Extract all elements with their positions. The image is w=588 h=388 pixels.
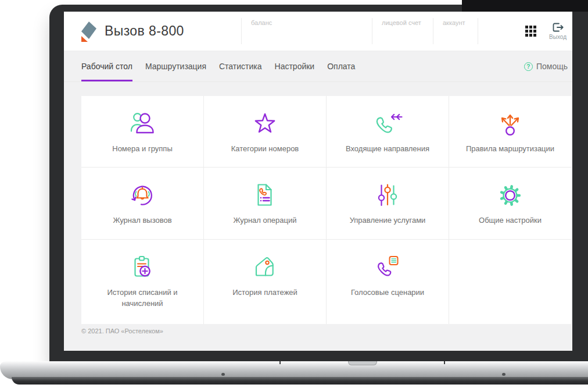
tile-label: Управление услугами [350, 215, 426, 226]
account-field: аккаунт [433, 12, 478, 51]
tile-voice-scenarios[interactable]: Голосовые сценарии [327, 240, 449, 324]
question-circle-icon: ? [524, 62, 533, 71]
users-icon [127, 108, 157, 138]
laptop-lid-edge [462, 0, 588, 12]
apps-grid-button[interactable] [525, 26, 536, 37]
rostelecom-logo-icon [81, 21, 96, 42]
app-header: Вызов 8-800 баланс лицевой счет аккаунт [64, 12, 572, 51]
help-link[interactable]: ? Помощь [524, 51, 568, 81]
tab-desktop[interactable]: Рабочий стол [81, 51, 132, 81]
laptop-base-edge [12, 377, 588, 385]
clipboard-plus-icon [127, 252, 157, 282]
balance-label: баланс [251, 19, 272, 26]
tile-label: Категории номеров [231, 144, 299, 155]
account-label: аккаунт [443, 19, 465, 26]
tab-statistics[interactable]: Статистика [219, 51, 262, 81]
dashboard-grid: Номера и группы Категории номеров [81, 96, 571, 324]
brand[interactable]: Вызов 8-800 [64, 12, 241, 51]
tab-settings[interactable]: Настройки [275, 51, 315, 81]
tile-label: Входящие направления [346, 144, 429, 155]
laptop-mockup: Вызов 8-800 баланс лицевой счет аккаунт [0, 0, 588, 388]
help-label: Помощь [536, 62, 568, 71]
incoming-call-icon [372, 108, 403, 138]
laptop-hinge-mark [444, 361, 445, 364]
tile-label: Журнал вызовов [113, 215, 171, 226]
wallet-icon [250, 252, 280, 282]
star-icon [250, 108, 280, 138]
tile-call-log[interactable]: Журнал вызовов [81, 168, 203, 239]
app-window: Вызов 8-800 баланс лицевой счет аккаунт [64, 12, 572, 351]
logout-button[interactable]: Выход [549, 23, 567, 40]
header-divider [478, 18, 478, 44]
gear-icon [495, 180, 525, 210]
logout-icon [552, 23, 564, 32]
main-nav: Рабочий стол Маршрутизация Статистика На… [64, 51, 572, 82]
tile-charges-history[interactable]: История списаний и начислений [81, 240, 203, 324]
tile-label: Голосовые сценарии [351, 287, 424, 298]
personal-account-label: лицевой счет [382, 19, 421, 26]
laptop-latch-notch [348, 361, 377, 365]
tile-label: Общие настройки [479, 215, 542, 226]
balance-field: баланс [242, 12, 372, 51]
app-title: Вызов 8-800 [105, 23, 184, 39]
tile-label: История платежей [232, 287, 297, 298]
copyright: © 2021. ПАО «Ростелеком» [81, 328, 572, 334]
header-actions: Выход [525, 12, 572, 51]
tab-payment[interactable]: Оплата [327, 51, 355, 81]
sliders-icon [372, 180, 403, 210]
call-log-bell-icon [127, 180, 157, 210]
document-phone-icon [250, 180, 280, 210]
tile-empty-cell [449, 240, 571, 324]
routing-arrows-icon [495, 108, 525, 138]
tile-service-management[interactable]: Управление услугами [327, 168, 449, 239]
apps-grid-icon [525, 26, 536, 37]
tab-routing[interactable]: Маршрутизация [145, 51, 206, 81]
tile-payments-history[interactable]: История платежей [204, 240, 326, 324]
tile-label: История списаний и начислений [90, 287, 195, 309]
tile-number-categories[interactable]: Категории номеров [204, 96, 326, 167]
laptop-screw [502, 373, 505, 376]
tile-label: Правила маршрутизации [466, 144, 554, 155]
tile-numbers-and-groups[interactable]: Номера и группы [81, 96, 203, 167]
tile-label: Журнал операций [234, 215, 297, 226]
tile-general-settings[interactable]: Общие настройки [449, 168, 571, 239]
tile-incoming-directions[interactable]: Входящие направления [327, 96, 449, 167]
logout-label: Выход [549, 34, 567, 40]
tile-operations-log[interactable]: Журнал операций [204, 168, 326, 239]
tile-label: Номера и группы [112, 144, 172, 155]
phone-script-icon [372, 252, 403, 282]
laptop-hinge-mark [279, 361, 281, 364]
tile-routing-rules[interactable]: Правила маршрутизации [449, 96, 571, 167]
personal-account-field: лицевой счет [372, 12, 433, 51]
laptop-screw [221, 373, 225, 376]
